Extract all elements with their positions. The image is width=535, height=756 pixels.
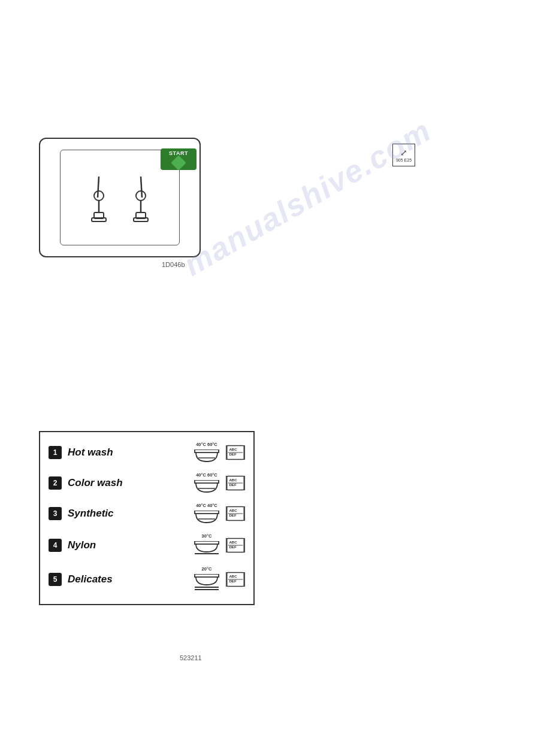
- start-button[interactable]: START: [161, 148, 197, 170]
- tub-temp-3: 40°C 40°C: [194, 503, 220, 524]
- table-caption: 523211: [180, 654, 202, 661]
- table-row: 5 Delicates 20°C ABC DEF: [49, 563, 245, 596]
- abc-icon-3: ABC DEF: [226, 506, 245, 521]
- table-row: 2 Color wash 40°C 60°C ABC DEF: [49, 469, 245, 497]
- svg-rect-9: [134, 218, 148, 221]
- row-number-4: 4: [49, 539, 62, 552]
- row-number-2: 2: [49, 476, 62, 490]
- tub-icon-1: [194, 450, 220, 463]
- wash-label-1: Hot wash: [68, 447, 188, 459]
- tub-icon-4: [194, 541, 220, 557]
- tub-icon-3: [194, 511, 220, 524]
- wash-label-4: Nylon: [68, 539, 188, 551]
- temp-label-4: 30°C: [202, 533, 212, 539]
- temp-label-1: 40°C 60°C: [196, 442, 217, 447]
- tub-temp-2: 40°C 60°C: [194, 472, 220, 493]
- svg-rect-10: [195, 450, 219, 453]
- row-number-5: 5: [49, 573, 62, 586]
- tub-icon-2: [194, 480, 220, 493]
- svg-rect-22: [195, 511, 219, 514]
- tub-temp-5: 20°C: [194, 566, 220, 592]
- abc-svg-3: ABC DEF: [226, 505, 244, 522]
- arrows-icon: ⤢: [400, 148, 407, 157]
- abc-svg-4: ABC DEF: [226, 537, 244, 554]
- tub-icon-5: [194, 574, 220, 592]
- table-row: 1 Hot wash 40°C 60°C ABC DEF: [49, 438, 245, 466]
- wash-label-3: Synthetic: [68, 508, 188, 520]
- temp-label-2: 40°C 60°C: [196, 472, 217, 478]
- temp-label-3: 40°C 40°C: [196, 503, 217, 508]
- abc-svg-5: ABC DEF: [226, 571, 244, 588]
- temp-label-5: 20°C: [202, 566, 212, 572]
- abc-icon-4: ABC DEF: [226, 538, 245, 552]
- tub-temp-1: 40°C 60°C: [194, 442, 220, 463]
- person-figure-1: [87, 171, 111, 224]
- svg-text:ABC: ABC: [229, 540, 237, 544]
- svg-text:ABC: ABC: [229, 508, 237, 512]
- wash-label-2: Color wash: [68, 477, 188, 489]
- top-right-icon: ⤢ 905 E25: [392, 144, 415, 166]
- row-number-3: 3: [49, 507, 62, 520]
- icon-caption: 905 E25: [396, 158, 412, 162]
- svg-point-6: [136, 191, 146, 201]
- wash-label-5: Delicates: [68, 573, 188, 585]
- start-diamond-icon: [171, 155, 186, 170]
- table-row: 4 Nylon 30°C ABC DEF: [49, 530, 245, 560]
- tub-temp-4: 30°C: [194, 533, 220, 557]
- person-figure-2: [129, 171, 153, 224]
- svg-text:ABC: ABC: [229, 478, 237, 482]
- svg-text:ABC: ABC: [229, 447, 237, 451]
- svg-rect-28: [195, 541, 219, 544]
- figures-area: [81, 165, 159, 230]
- table-row: 3 Synthetic 40°C 40°C ABC DEF: [49, 499, 245, 527]
- svg-line-5: [141, 177, 142, 198]
- svg-rect-34: [195, 574, 219, 577]
- svg-rect-4: [92, 218, 106, 221]
- wash-program-table: 1 Hot wash 40°C 60°C ABC DEF 2 Color was…: [39, 431, 255, 605]
- svg-point-1: [94, 191, 104, 201]
- abc-icon-1: ABC DEF: [226, 445, 245, 460]
- abc-icon-5: ABC DEF: [226, 572, 245, 587]
- watermark: manualshive.com: [177, 112, 437, 283]
- abc-svg-2: ABC DEF: [226, 475, 244, 491]
- row-number-1: 1: [49, 446, 62, 459]
- svg-text:ABC: ABC: [229, 574, 237, 578]
- svg-rect-16: [195, 480, 219, 483]
- diagram-caption: 1D046b: [162, 261, 185, 268]
- abc-icon-2: ABC DEF: [226, 476, 245, 490]
- svg-line-0: [98, 177, 99, 198]
- abc-svg-1: ABC DEF: [226, 444, 244, 461]
